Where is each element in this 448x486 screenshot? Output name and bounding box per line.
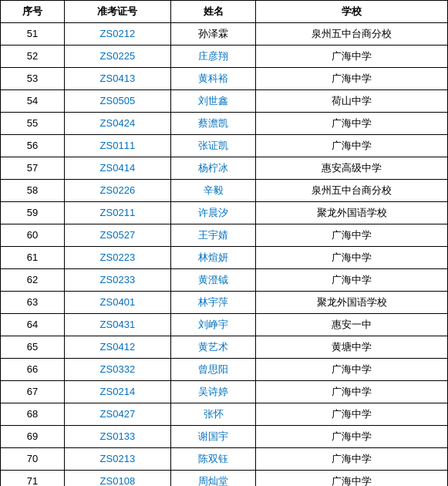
cell-index: 58 (1, 180, 65, 202)
cell-school: 广海中学 (256, 113, 448, 135)
cell-id: ZS0233 (64, 269, 170, 292)
cell-id: ZS0414 (64, 157, 170, 180)
cell-index: 51 (1, 23, 65, 46)
cell-id: ZS0211 (64, 202, 170, 224)
cell-name: 黄澄钺 (170, 269, 255, 292)
cell-index: 61 (1, 247, 65, 269)
cell-id: ZS0213 (64, 448, 170, 471)
cell-index: 64 (1, 314, 65, 336)
col-header-index: 序号 (1, 1, 65, 23)
cell-name: 庄彦翔 (170, 46, 255, 68)
table-row: 62 ZS0233 黄澄钺 广海中学 (1, 269, 448, 292)
table-row: 57 ZS0414 杨柠冰 惠安高级中学 (1, 157, 448, 180)
cell-school: 广海中学 (256, 224, 448, 247)
cell-index: 57 (1, 157, 65, 180)
cell-school: 聚龙外国语学校 (256, 202, 448, 224)
table-row: 55 ZS0424 蔡澹凯 广海中学 (1, 113, 448, 135)
cell-index: 65 (1, 336, 65, 359)
table-row: 69 ZS0133 谢国宇 广海中学 (1, 426, 448, 448)
cell-school: 广海中学 (256, 448, 448, 471)
cell-school: 广海中学 (256, 471, 448, 487)
cell-name: 陈双钰 (170, 448, 255, 471)
table-row: 64 ZS0431 刘峥宇 惠安一中 (1, 314, 448, 336)
cell-name: 曾思阳 (170, 359, 255, 381)
cell-school: 泉州五中台商分校 (256, 23, 448, 46)
table-row: 52 ZS0225 庄彦翔 广海中学 (1, 46, 448, 68)
main-table: 序号 准考证号 姓名 学校 51 ZS0212 孙泽霖 泉州五中台商分校 52 … (0, 0, 448, 486)
cell-school: 荷山中学 (256, 90, 448, 113)
cell-id: ZS0412 (64, 336, 170, 359)
cell-index: 52 (1, 46, 65, 68)
cell-index: 54 (1, 90, 65, 113)
table-row: 63 ZS0401 林宇萍 聚龙外国语学校 (1, 292, 448, 314)
cell-id: ZS0214 (64, 381, 170, 403)
cell-name: 黄艺术 (170, 336, 255, 359)
cell-id: ZS0225 (64, 46, 170, 68)
table-row: 60 ZS0527 王宇婧 广海中学 (1, 224, 448, 247)
cell-school: 广海中学 (256, 426, 448, 448)
cell-index: 67 (1, 381, 65, 403)
cell-school: 广海中学 (256, 381, 448, 403)
cell-school: 泉州五中台商分校 (256, 180, 448, 202)
table-row: 59 ZS0211 许晨汐 聚龙外国语学校 (1, 202, 448, 224)
table-row: 68 ZS0427 张怀 广海中学 (1, 403, 448, 426)
cell-id: ZS0401 (64, 292, 170, 314)
cell-name: 周灿堂 (170, 471, 255, 487)
table-row: 61 ZS0223 林煊妍 广海中学 (1, 247, 448, 269)
cell-id: ZS0223 (64, 247, 170, 269)
cell-school: 惠安高级中学 (256, 157, 448, 180)
cell-name: 张怀 (170, 403, 255, 426)
cell-school: 广海中学 (256, 46, 448, 68)
cell-index: 55 (1, 113, 65, 135)
cell-school: 广海中学 (256, 135, 448, 157)
table-row: 67 ZS0214 吴诗婷 广海中学 (1, 381, 448, 403)
cell-name: 谢国宇 (170, 426, 255, 448)
cell-id: ZS0505 (64, 90, 170, 113)
cell-school: 广海中学 (256, 247, 448, 269)
table-row: 53 ZS0413 黄科裕 广海中学 (1, 68, 448, 90)
table-row: 56 ZS0111 张证凯 广海中学 (1, 135, 448, 157)
cell-name: 林煊妍 (170, 247, 255, 269)
cell-school: 惠安一中 (256, 314, 448, 336)
cell-name: 杨柠冰 (170, 157, 255, 180)
cell-index: 56 (1, 135, 65, 157)
cell-name: 林宇萍 (170, 292, 255, 314)
cell-index: 62 (1, 269, 65, 292)
cell-name: 王宇婧 (170, 224, 255, 247)
cell-name: 吴诗婷 (170, 381, 255, 403)
cell-id: ZS0431 (64, 314, 170, 336)
cell-index: 63 (1, 292, 65, 314)
cell-index: 60 (1, 224, 65, 247)
cell-index: 71 (1, 471, 65, 487)
table-row: 65 ZS0412 黄艺术 黄塘中学 (1, 336, 448, 359)
cell-name: 黄科裕 (170, 68, 255, 90)
cell-school: 广海中学 (256, 269, 448, 292)
cell-school: 聚龙外国语学校 (256, 292, 448, 314)
cell-id: ZS0424 (64, 113, 170, 135)
cell-index: 66 (1, 359, 65, 381)
cell-id: ZS0427 (64, 403, 170, 426)
table-row: 58 ZS0226 辛毅 泉州五中台商分校 (1, 180, 448, 202)
cell-name: 刘峥宇 (170, 314, 255, 336)
cell-name: 蔡澹凯 (170, 113, 255, 135)
cell-index: 53 (1, 68, 65, 90)
table-row: 66 ZS0332 曾思阳 广海中学 (1, 359, 448, 381)
cell-index: 59 (1, 202, 65, 224)
cell-name: 孙泽霖 (170, 23, 255, 46)
cell-id: ZS0133 (64, 426, 170, 448)
cell-id: ZS0527 (64, 224, 170, 247)
cell-name: 辛毅 (170, 180, 255, 202)
cell-school: 黄塘中学 (256, 336, 448, 359)
table-row: 51 ZS0212 孙泽霖 泉州五中台商分校 (1, 23, 448, 46)
cell-name: 刘世鑫 (170, 90, 255, 113)
col-header-id: 准考证号 (64, 1, 170, 23)
cell-id: ZS0111 (64, 135, 170, 157)
table-row: 54 ZS0505 刘世鑫 荷山中学 (1, 90, 448, 113)
cell-index: 70 (1, 448, 65, 471)
cell-id: ZS0332 (64, 359, 170, 381)
cell-id: ZS0212 (64, 23, 170, 46)
cell-name: 张证凯 (170, 135, 255, 157)
cell-name: 许晨汐 (170, 202, 255, 224)
table-row: 70 ZS0213 陈双钰 广海中学 (1, 448, 448, 471)
cell-id: ZS0413 (64, 68, 170, 90)
